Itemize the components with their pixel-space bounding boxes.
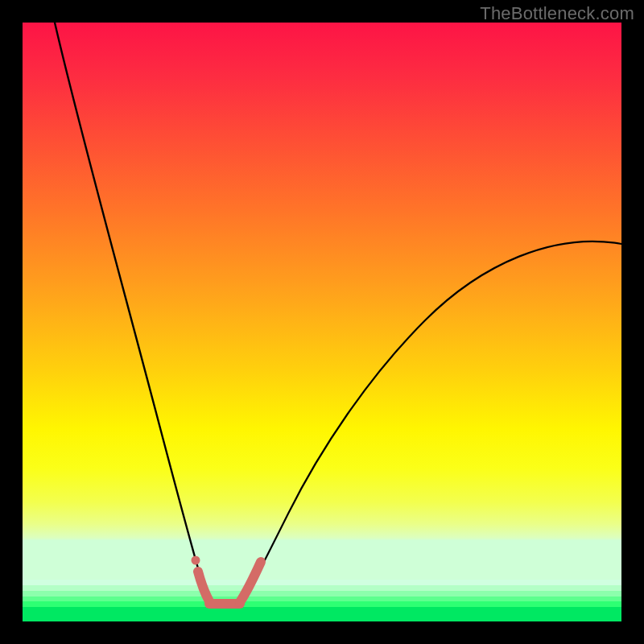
curve-left-arm [55,23,210,602]
highlight-dot [192,556,200,565]
curve-layer [23,23,621,621]
plot-area [23,23,621,621]
chart-frame: TheBottleneck.com [0,0,644,644]
highlight-right [240,562,261,602]
highlight-left [198,572,209,601]
curve-right-arm [242,242,621,602]
watermark-text: TheBottleneck.com [480,3,634,24]
